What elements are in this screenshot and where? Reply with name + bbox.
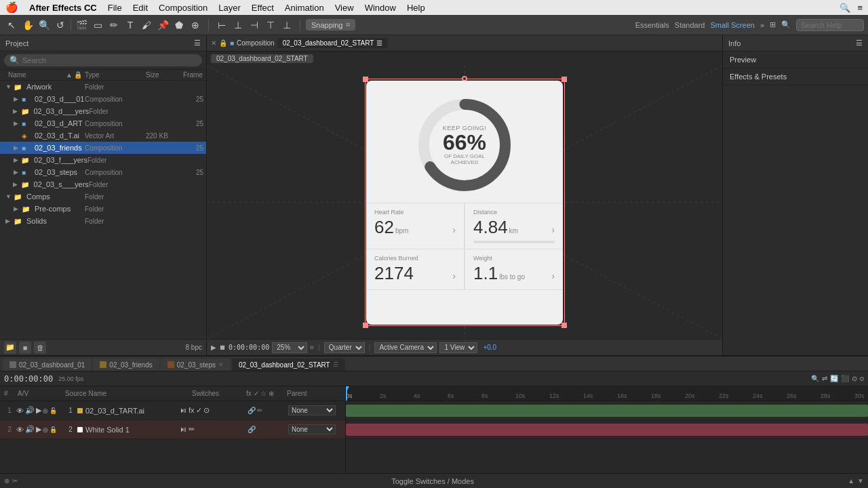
switch-1b[interactable]: fx	[189, 406, 195, 415]
timeline-tab-friends[interactable]: 02_03_friends	[93, 359, 159, 371]
timeline-track-area[interactable]: 0s 2s 4s 6s 8s 10s 12s 14s 16s 18s 20s 2…	[346, 386, 868, 473]
layer-solo-1[interactable]: ◎	[43, 407, 48, 414]
brush-tool[interactable]: 🖌	[139, 18, 154, 33]
close-icon[interactable]: ✕	[211, 39, 216, 47]
expand-arrow11[interactable]: ▶	[14, 205, 22, 212]
camera-tool[interactable]: 🎬	[74, 18, 89, 33]
col-size[interactable]: Size	[146, 71, 183, 79]
select-tool[interactable]: ↖	[4, 18, 19, 33]
parent-dropdown-2[interactable]: None	[288, 424, 336, 434]
timeline-tab-steps[interactable]: 02_03_steps ✕	[161, 359, 231, 371]
tree-item-syers[interactable]: ▶ 📁 02_03_s___yers Folder	[0, 178, 206, 190]
tl-ctrl-2[interactable]: 🔄	[830, 375, 838, 382]
timeline-tab-start[interactable]: 02_03_dashboard_02_START ☰	[232, 359, 345, 371]
menu-composition[interactable]: Composition	[159, 3, 208, 13]
info-menu-icon[interactable]: ☰	[856, 39, 863, 47]
handle-br[interactable]	[561, 323, 567, 328]
tl-ctrl-1[interactable]: ⇌	[822, 375, 827, 382]
snapping-toggle[interactable]: Snapping ⌗	[306, 19, 355, 30]
layer-audio-1[interactable]: 🔊	[25, 406, 35, 415]
project-search-input[interactable]	[22, 56, 197, 64]
search-box[interactable]: 🔍	[4, 54, 202, 66]
app-name[interactable]: After Effects CC	[29, 3, 97, 13]
layer-eye-1[interactable]: 👁	[16, 407, 24, 415]
layer-row-2[interactable]: 2 👁 🔊 ▶ ◎ 🔓 2 White Solid 1 ⏯ ✏ 🔗	[0, 420, 345, 439]
align-center[interactable]: ⊥	[231, 18, 245, 33]
search-timeline[interactable]: 🔍	[811, 375, 819, 382]
align-top[interactable]: ⊤	[263, 18, 278, 33]
toggle-switches-label[interactable]: Toggle Switches / Modes	[20, 477, 845, 485]
tree-item-dtai[interactable]: ◈ 02_03_d_T.ai Vector Art 220 KB	[0, 129, 206, 142]
tl-down-arrow[interactable]: ▼	[857, 477, 864, 485]
tree-item-steps[interactable]: ▶ ■ 02_03_steps Composition 25	[0, 166, 206, 178]
menu-window[interactable]: Window	[365, 3, 396, 13]
menu-animation[interactable]: Animation	[285, 3, 324, 13]
handle-bl[interactable]	[363, 323, 368, 328]
workspace-more[interactable]: »	[760, 21, 764, 29]
tree-item-dyers[interactable]: ▶ 📁 02_03_d___yers Folder	[0, 105, 206, 117]
layer-lock-1[interactable]: 🔓	[50, 407, 57, 414]
col-name[interactable]: Name	[3, 71, 66, 79]
anchor-tool[interactable]: ⊕	[188, 18, 203, 33]
tab-close-start[interactable]: ☰	[333, 361, 338, 368]
rect-tool[interactable]: ▭	[90, 18, 105, 33]
handle-tl[interactable]	[363, 77, 368, 82]
rotate-tool[interactable]: ↺	[53, 18, 68, 33]
layer-solo-2[interactable]: ◎	[43, 426, 48, 433]
workspace-essentials[interactable]: Essentials	[635, 21, 669, 29]
menu-help[interactable]: Help	[407, 3, 425, 13]
tl-ctrl-5[interactable]: ⎊	[860, 375, 864, 382]
layer-expand-1[interactable]: ▶	[36, 406, 41, 415]
switch-1c[interactable]: ✓	[196, 406, 202, 415]
expand-arrow9[interactable]: ▶	[13, 181, 21, 188]
play-btn[interactable]: ▶	[211, 344, 216, 351]
parent-dropdown-1[interactable]: None	[288, 405, 336, 415]
panel-menu-icon[interactable]: ☰	[194, 39, 201, 47]
expand-arrow8[interactable]: ▶	[14, 169, 22, 176]
switch-1d[interactable]: ⊙	[203, 406, 210, 415]
tree-item-solids[interactable]: ▶ 📁 Solids Folder	[0, 215, 206, 227]
tree-item-fyers[interactable]: ▶ 📁 02_03_f___yers Folder	[0, 154, 206, 166]
hand-tool[interactable]: ✋	[20, 18, 35, 33]
delete-btn[interactable]: 🗑	[34, 342, 46, 354]
search-help-input[interactable]	[796, 19, 864, 31]
tree-item-comps[interactable]: ▼ 📁 Comps Folder	[0, 190, 206, 203]
handle-tr[interactable]	[561, 77, 567, 82]
switch-2a[interactable]: ⏯	[180, 425, 187, 434]
tl-trim[interactable]: ✂	[12, 477, 18, 485]
zoom-select[interactable]: 25%50%100%	[272, 342, 307, 353]
workspace-standard[interactable]: Standard	[675, 21, 705, 29]
bit-depth[interactable]: 8 bpc	[186, 344, 202, 351]
menu-edit[interactable]: Edit	[133, 3, 148, 13]
expand-arrow2[interactable]: ▶	[14, 96, 22, 102]
tl-ctrl-4[interactable]: ⊙	[852, 375, 857, 382]
new-comp-btn[interactable]: ■	[19, 342, 31, 354]
workspace-options[interactable]: ⊞	[770, 20, 776, 29]
shape-tool[interactable]: ⬟	[172, 18, 186, 33]
tree-item-friends[interactable]: ▶ ■ 02_03_friends Composition 25	[0, 142, 206, 154]
layer-audio-2[interactable]: 🔊	[25, 425, 35, 434]
pen-tool[interactable]: ✏	[106, 18, 121, 33]
expand-arrow[interactable]: ▼	[5, 83, 14, 90]
tab-menu-icon[interactable]: ☰	[376, 39, 382, 47]
menu-file[interactable]: File	[108, 3, 122, 13]
menu-effect[interactable]: Effect	[252, 3, 274, 13]
align-right[interactable]: ⊣	[247, 18, 262, 33]
expand-arrow3[interactable]: ▶	[13, 108, 21, 115]
resolution-select[interactable]: QuarterHalfFull	[324, 342, 365, 353]
workspace-small-screen[interactable]: Small Screen	[710, 21, 754, 29]
expand-arrow4[interactable]: ▶	[14, 120, 22, 127]
menu-view[interactable]: View	[335, 3, 354, 13]
puppet-tool[interactable]: 📌	[155, 18, 170, 33]
layer-lock-2[interactable]: 🔓	[50, 426, 57, 433]
pencil-1[interactable]: ✏	[257, 407, 262, 414]
expand-arrow7[interactable]: ▶	[14, 157, 22, 163]
view-select[interactable]: 1 View	[439, 342, 477, 353]
apple-menu[interactable]: 🍎	[5, 1, 18, 14]
tree-item-precomps[interactable]: ▶ 📁 Pre-comps Folder	[0, 203, 206, 215]
camera-select[interactable]: Active Camera	[374, 342, 437, 353]
align-bottom[interactable]: ⊥	[279, 18, 294, 33]
align-left[interactable]: ⊢	[214, 18, 229, 33]
new-folder-btn[interactable]: 📁	[4, 342, 16, 354]
tab-close-steps[interactable]: ✕	[218, 361, 224, 368]
